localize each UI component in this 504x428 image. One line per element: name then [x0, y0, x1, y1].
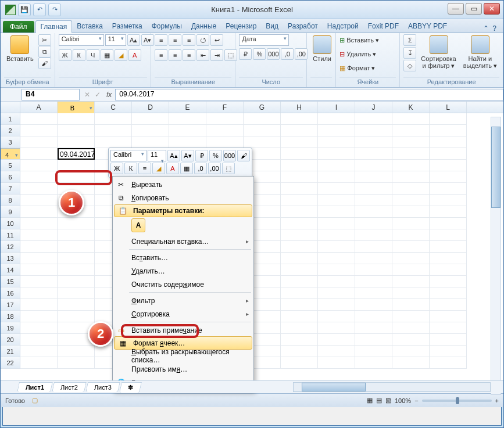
align-left-button[interactable]: ≡: [155, 49, 167, 61]
styles-button[interactable]: Стили: [310, 34, 334, 63]
cell-H12[interactable]: [281, 241, 318, 253]
col-header-B[interactable]: B: [58, 102, 95, 113]
cell-I18[interactable]: [318, 311, 355, 322]
cell-B4[interactable]: 09.04.2017: [58, 148, 95, 160]
cell-J11[interactable]: [355, 229, 392, 241]
grow-font-button[interactable]: A▴: [127, 34, 140, 46]
col-header-H[interactable]: H: [281, 102, 318, 113]
zoom-out-button[interactable]: −: [414, 397, 418, 404]
ctx-insert-comment[interactable]: ▭Вставить примечание: [113, 323, 253, 337]
redo-button[interactable]: ↷: [48, 3, 61, 16]
cut-button[interactable]: ✂: [38, 34, 51, 46]
cell-K5[interactable]: [392, 160, 430, 171]
number-format-select[interactable]: Дата: [239, 34, 289, 46]
clear-button[interactable]: ◇: [403, 60, 416, 71]
view-normal-icon[interactable]: ▦: [367, 397, 373, 404]
cell-L13[interactable]: [430, 253, 467, 264]
cell-I4[interactable]: [318, 148, 355, 160]
col-header-A[interactable]: A: [20, 102, 58, 113]
cell-A17[interactable]: [20, 299, 58, 311]
cell-A9[interactable]: [20, 206, 58, 218]
name-box[interactable]: B4: [22, 89, 80, 100]
cell-I17[interactable]: [318, 299, 355, 311]
bold-button[interactable]: Ж: [59, 49, 72, 61]
dec-decimal-button[interactable]: ,00: [295, 48, 308, 60]
cell-B2[interactable]: [58, 125, 95, 136]
mini-italic[interactable]: К: [124, 163, 137, 174]
mini-shrink-font[interactable]: A▾: [181, 150, 194, 161]
cell-A22[interactable]: [20, 357, 58, 369]
cell-B18[interactable]: [58, 311, 95, 322]
cell-H8[interactable]: [281, 195, 318, 206]
border-button[interactable]: ▦: [101, 49, 113, 61]
cell-D3[interactable]: [132, 136, 169, 148]
enter-formula-icon[interactable]: ✓: [92, 91, 103, 99]
sheet-tab-3[interactable]: Лист3: [85, 382, 120, 392]
cell-K14[interactable]: [392, 264, 430, 276]
cell-A14[interactable]: [20, 264, 58, 276]
align-right-button[interactable]: ≡: [183, 49, 195, 61]
sort-filter-button[interactable]: Сортировка и фильтр ▾: [419, 34, 458, 71]
cell-L21[interactable]: [430, 346, 467, 357]
zoom-slider[interactable]: [422, 400, 492, 402]
fill-button[interactable]: ↧: [403, 47, 416, 59]
cell-H3[interactable]: [281, 136, 318, 148]
mini-percent[interactable]: %: [209, 150, 222, 161]
ctx-cut[interactable]: ✂ВВырезатьырезать: [113, 178, 253, 191]
font-size-select[interactable]: 11: [105, 34, 126, 46]
cell-E1[interactable]: [169, 113, 206, 125]
mini-dec-dec[interactable]: ,00: [208, 163, 221, 174]
row-header-17[interactable]: 17: [1, 299, 20, 311]
cell-B11[interactable]: [58, 229, 95, 241]
cell-I1[interactable]: [318, 113, 355, 125]
cell-J12[interactable]: [355, 241, 392, 253]
cell-I11[interactable]: [318, 229, 355, 241]
cell-J19[interactable]: [355, 322, 392, 334]
cell-H4[interactable]: [281, 148, 318, 160]
row-header-12[interactable]: 12: [1, 241, 20, 253]
ctx-delete[interactable]: Удалить…: [113, 264, 253, 278]
tab-home[interactable]: Главная: [35, 20, 73, 33]
mini-format-painter[interactable]: 🖌: [237, 150, 250, 161]
cell-J21[interactable]: [355, 346, 392, 357]
zoom-knob[interactable]: [456, 397, 459, 404]
cell-K15[interactable]: [392, 276, 430, 287]
indent-dec-button[interactable]: ⇤: [196, 49, 209, 61]
cell-K22[interactable]: [392, 357, 430, 369]
cell-L15[interactable]: [430, 276, 467, 287]
fx-icon[interactable]: fx: [103, 91, 115, 99]
cell-K21[interactable]: [392, 346, 430, 357]
cell-H10[interactable]: [281, 218, 318, 229]
tab-formulas[interactable]: Формулы: [147, 20, 187, 33]
col-header-G[interactable]: G: [244, 102, 281, 113]
row-header-2[interactable]: 2: [1, 125, 20, 136]
cells-format-button[interactable]: ▦Формат ▾: [339, 62, 375, 74]
cell-F1[interactable]: [206, 113, 244, 125]
cell-J9[interactable]: [355, 206, 392, 218]
cell-A16[interactable]: [20, 287, 58, 299]
row-header-3[interactable]: 3: [1, 136, 20, 148]
mini-font-select[interactable]: Calibri: [110, 150, 146, 161]
align-top-button[interactable]: ≡: [155, 34, 167, 46]
cell-H18[interactable]: [281, 311, 318, 322]
cell-I13[interactable]: [318, 253, 355, 264]
undo-button[interactable]: ↶: [33, 3, 46, 16]
fill-color-button[interactable]: ◢: [115, 49, 127, 61]
cell-A13[interactable]: [20, 253, 58, 264]
cell-K13[interactable]: [392, 253, 430, 264]
cell-I6[interactable]: [318, 171, 355, 183]
cell-L1[interactable]: [430, 113, 467, 125]
cell-H5[interactable]: [281, 160, 318, 171]
ctx-paste-special[interactable]: Специальная вставка…▸: [113, 235, 253, 248]
minimize-button[interactable]: —: [448, 3, 464, 15]
font-name-select[interactable]: Calibri: [59, 34, 104, 46]
mini-currency[interactable]: ₽: [195, 150, 208, 161]
mini-align[interactable]: ≡: [138, 163, 151, 174]
mini-size-select[interactable]: 11: [148, 150, 166, 161]
cell-L16[interactable]: [430, 287, 467, 299]
cell-B17[interactable]: [58, 299, 95, 311]
row-header-19[interactable]: 19: [1, 322, 20, 334]
formula-input[interactable]: 09.04.2017: [115, 89, 503, 100]
comma-button[interactable]: 000: [267, 48, 280, 60]
row-header-10[interactable]: 10: [1, 218, 20, 229]
